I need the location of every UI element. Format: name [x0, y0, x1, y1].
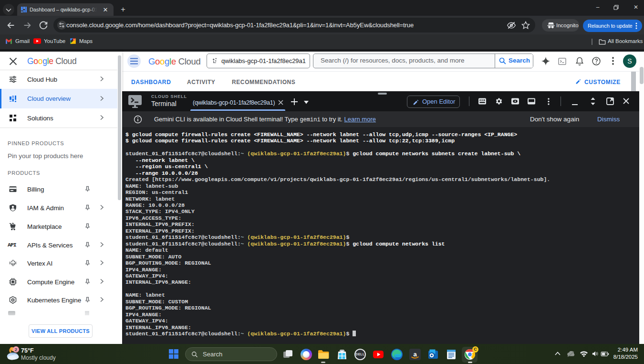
- svg-text:a: a: [413, 351, 417, 358]
